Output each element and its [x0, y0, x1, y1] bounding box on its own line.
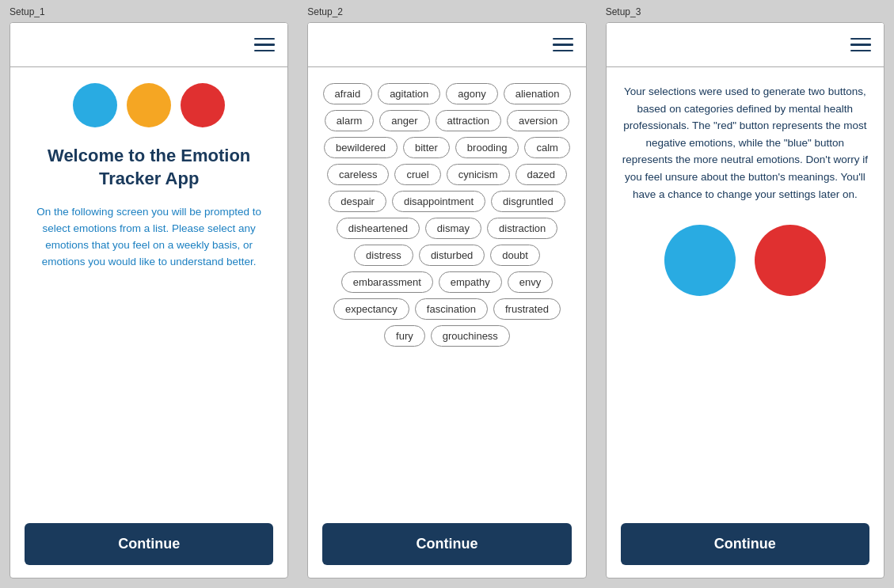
blue-button-circle[interactable] [664, 225, 736, 296]
screen-1-wrapper: Setup_1 Welcome to the Emotion Tracker A… [0, 0, 298, 588]
screen-2-continue-button[interactable]: Continue [322, 523, 571, 565]
screen-3-body: Your selections were used to generate tw… [607, 67, 884, 578]
hamburger-menu-icon-3[interactable] [850, 38, 871, 52]
emotion-tag-dazed[interactable]: dazed [515, 164, 567, 185]
screen-1-card: Welcome to the Emotion Tracker App On th… [10, 22, 288, 579]
emotion-tag-careless[interactable]: careless [327, 164, 389, 185]
hamburger-menu-icon[interactable] [254, 38, 275, 52]
emotion-tag-expectancy[interactable]: expectancy [333, 298, 409, 320]
emotion-tag-cynicism[interactable]: cynicism [447, 164, 510, 185]
emotion-tag-fascination[interactable]: fascination [415, 298, 488, 320]
red-button-circle[interactable] [755, 225, 826, 296]
emotion-tag-cruel[interactable]: cruel [394, 164, 440, 185]
screen-3-wrapper: Setup_3 Your selections were used to gen… [596, 0, 894, 588]
screen-1-body: Welcome to the Emotion Tracker App On th… [10, 67, 287, 578]
screen-2-card: afraidagitationagonyalienationalarmanger… [307, 22, 586, 579]
hamburger-menu-icon-2[interactable] [553, 38, 573, 52]
emotion-tags-container: afraidagitationagonyalienationalarmanger… [322, 83, 571, 347]
setup3-description: Your selections were used to generate tw… [621, 83, 869, 203]
emotion-tag-calm[interactable]: calm [524, 137, 569, 158]
emotion-tag-alarm[interactable]: alarm [325, 110, 375, 131]
emotion-tag-despair[interactable]: despair [329, 191, 386, 212]
button-circles-row [664, 225, 826, 296]
emotion-tag-attraction[interactable]: attraction [436, 110, 501, 131]
welcome-description: On the following screen you will be prom… [25, 204, 273, 271]
emotion-tag-anger[interactable]: anger [379, 110, 429, 131]
emotion-tag-frustrated[interactable]: frustrated [493, 298, 561, 320]
emotion-tag-disgruntled[interactable]: disgruntled [491, 191, 565, 212]
screen-1-continue-button[interactable]: Continue [25, 523, 273, 565]
emotion-tag-distress[interactable]: distress [354, 245, 413, 266]
screen-1-header [10, 23, 287, 67]
emotion-tag-aversion[interactable]: aversion [507, 110, 569, 131]
emotion-tag-empathy[interactable]: empathy [439, 271, 502, 293]
emotion-tag-envy[interactable]: envy [508, 271, 553, 293]
screen-3-header [607, 23, 884, 67]
emotion-tag-dismay[interactable]: dismay [425, 218, 481, 239]
emotion-tag-bitter[interactable]: bitter [403, 137, 450, 158]
emotion-tag-distraction[interactable]: distraction [487, 218, 557, 239]
emotion-tag-agony[interactable]: agony [446, 83, 497, 104]
emotion-tag-grouchiness[interactable]: grouchiness [431, 325, 510, 347]
circles-row [73, 83, 225, 127]
screen-3-continue-button[interactable]: Continue [621, 523, 869, 565]
emotion-tag-doubt[interactable]: doubt [490, 245, 540, 266]
emotion-tag-fury[interactable]: fury [384, 325, 425, 347]
screen-2-body: afraidagitationagonyalienationalarmanger… [308, 67, 585, 578]
blue-circle [73, 83, 117, 127]
screen-1-label: Setup_1 [10, 6, 288, 17]
screen-3-card: Your selections were used to generate tw… [606, 22, 884, 579]
orange-circle [127, 83, 171, 127]
emotion-tag-bewildered[interactable]: bewildered [324, 137, 398, 158]
screen-3-label: Setup_3 [606, 6, 884, 17]
emotion-tag-agitation[interactable]: agitation [378, 83, 440, 104]
welcome-title: Welcome to the Emotion Tracker App [25, 145, 273, 190]
emotion-tag-disappointment[interactable]: disappointment [392, 191, 485, 212]
emotion-tag-disheartened[interactable]: disheartened [337, 218, 420, 239]
screen-2-header [308, 23, 585, 67]
emotion-tag-disturbed[interactable]: disturbed [419, 245, 485, 266]
emotion-tag-brooding[interactable]: brooding [455, 137, 519, 158]
screen-2-label: Setup_2 [307, 6, 586, 17]
red-circle [181, 83, 225, 127]
emotion-tag-alienation[interactable]: alienation [504, 83, 572, 104]
emotion-tag-embarassment[interactable]: embarassment [341, 271, 433, 293]
emotion-tag-afraid[interactable]: afraid [323, 83, 373, 104]
screen-2-wrapper: Setup_2 afraidagitationagonyalienational… [298, 0, 595, 588]
